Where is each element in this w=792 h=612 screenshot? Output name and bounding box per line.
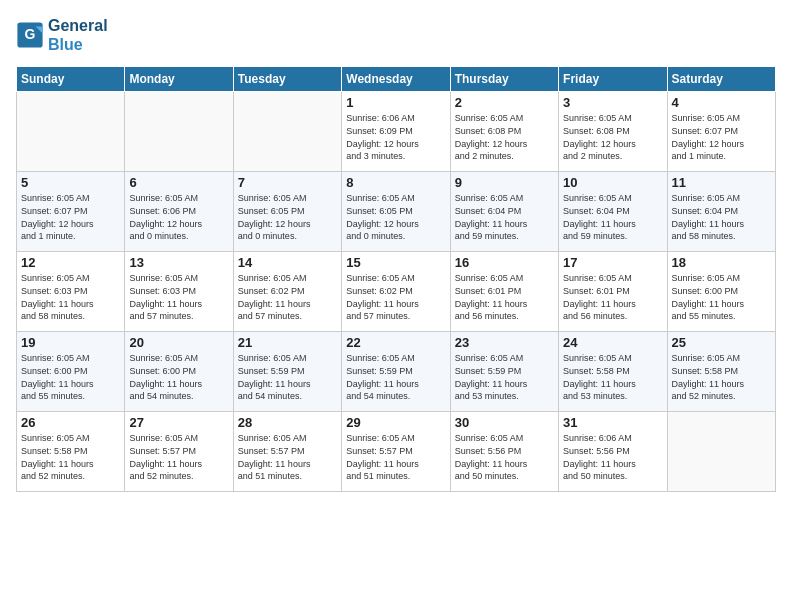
day-info: Sunrise: 6:05 AM Sunset: 5:58 PM Dayligh…: [563, 352, 662, 402]
day-number: 13: [129, 255, 228, 270]
day-number: 17: [563, 255, 662, 270]
calendar-day-cell: 22Sunrise: 6:05 AM Sunset: 5:59 PM Dayli…: [342, 332, 450, 412]
day-info: Sunrise: 6:05 AM Sunset: 5:56 PM Dayligh…: [455, 432, 554, 482]
day-number: 3: [563, 95, 662, 110]
day-info: Sunrise: 6:05 AM Sunset: 6:05 PM Dayligh…: [238, 192, 337, 242]
calendar-day-cell: 21Sunrise: 6:05 AM Sunset: 5:59 PM Dayli…: [233, 332, 341, 412]
logo-icon: G: [16, 21, 44, 49]
calendar-day-cell: 26Sunrise: 6:05 AM Sunset: 5:58 PM Dayli…: [17, 412, 125, 492]
day-number: 11: [672, 175, 771, 190]
day-number: 14: [238, 255, 337, 270]
calendar-day-cell: 18Sunrise: 6:05 AM Sunset: 6:00 PM Dayli…: [667, 252, 775, 332]
weekday-header-cell: Saturday: [667, 67, 775, 92]
calendar-week-row: 19Sunrise: 6:05 AM Sunset: 6:00 PM Dayli…: [17, 332, 776, 412]
calendar-body: 1Sunrise: 6:06 AM Sunset: 6:09 PM Daylig…: [17, 92, 776, 492]
day-number: 10: [563, 175, 662, 190]
calendar-day-cell: 25Sunrise: 6:05 AM Sunset: 5:58 PM Dayli…: [667, 332, 775, 412]
calendar-day-cell: 20Sunrise: 6:05 AM Sunset: 6:00 PM Dayli…: [125, 332, 233, 412]
weekday-header-cell: Tuesday: [233, 67, 341, 92]
calendar-day-cell: 16Sunrise: 6:05 AM Sunset: 6:01 PM Dayli…: [450, 252, 558, 332]
day-number: 22: [346, 335, 445, 350]
calendar-day-cell: 13Sunrise: 6:05 AM Sunset: 6:03 PM Dayli…: [125, 252, 233, 332]
logo: G General Blue: [16, 16, 108, 54]
day-number: 15: [346, 255, 445, 270]
calendar-table: SundayMondayTuesdayWednesdayThursdayFrid…: [16, 66, 776, 492]
calendar-day-cell: [17, 92, 125, 172]
calendar-week-row: 1Sunrise: 6:06 AM Sunset: 6:09 PM Daylig…: [17, 92, 776, 172]
day-number: 20: [129, 335, 228, 350]
day-number: 4: [672, 95, 771, 110]
calendar-day-cell: 1Sunrise: 6:06 AM Sunset: 6:09 PM Daylig…: [342, 92, 450, 172]
day-info: Sunrise: 6:05 AM Sunset: 6:02 PM Dayligh…: [238, 272, 337, 322]
day-info: Sunrise: 6:05 AM Sunset: 5:57 PM Dayligh…: [346, 432, 445, 482]
weekday-header-cell: Thursday: [450, 67, 558, 92]
day-info: Sunrise: 6:05 AM Sunset: 5:57 PM Dayligh…: [129, 432, 228, 482]
calendar-week-row: 12Sunrise: 6:05 AM Sunset: 6:03 PM Dayli…: [17, 252, 776, 332]
day-number: 29: [346, 415, 445, 430]
day-number: 23: [455, 335, 554, 350]
calendar-day-cell: 11Sunrise: 6:05 AM Sunset: 6:04 PM Dayli…: [667, 172, 775, 252]
calendar-day-cell: 9Sunrise: 6:05 AM Sunset: 6:04 PM Daylig…: [450, 172, 558, 252]
calendar-day-cell: 6Sunrise: 6:05 AM Sunset: 6:06 PM Daylig…: [125, 172, 233, 252]
day-info: Sunrise: 6:05 AM Sunset: 6:01 PM Dayligh…: [563, 272, 662, 322]
day-number: 8: [346, 175, 445, 190]
calendar-day-cell: [667, 412, 775, 492]
day-number: 30: [455, 415, 554, 430]
calendar-day-cell: 24Sunrise: 6:05 AM Sunset: 5:58 PM Dayli…: [559, 332, 667, 412]
day-info: Sunrise: 6:05 AM Sunset: 6:03 PM Dayligh…: [21, 272, 120, 322]
calendar-day-cell: 27Sunrise: 6:05 AM Sunset: 5:57 PM Dayli…: [125, 412, 233, 492]
day-number: 21: [238, 335, 337, 350]
calendar-day-cell: 2Sunrise: 6:05 AM Sunset: 6:08 PM Daylig…: [450, 92, 558, 172]
day-info: Sunrise: 6:05 AM Sunset: 6:06 PM Dayligh…: [129, 192, 228, 242]
day-number: 27: [129, 415, 228, 430]
calendar-day-cell: 28Sunrise: 6:05 AM Sunset: 5:57 PM Dayli…: [233, 412, 341, 492]
day-number: 28: [238, 415, 337, 430]
day-info: Sunrise: 6:05 AM Sunset: 5:58 PM Dayligh…: [672, 352, 771, 402]
calendar-day-cell: [125, 92, 233, 172]
weekday-header-cell: Sunday: [17, 67, 125, 92]
logo-text-top: General: [48, 16, 108, 35]
day-number: 2: [455, 95, 554, 110]
weekday-header-cell: Friday: [559, 67, 667, 92]
day-info: Sunrise: 6:05 AM Sunset: 6:00 PM Dayligh…: [672, 272, 771, 322]
day-info: Sunrise: 6:05 AM Sunset: 6:08 PM Dayligh…: [455, 112, 554, 162]
svg-text:G: G: [25, 26, 36, 42]
calendar-week-row: 26Sunrise: 6:05 AM Sunset: 5:58 PM Dayli…: [17, 412, 776, 492]
day-info: Sunrise: 6:05 AM Sunset: 5:58 PM Dayligh…: [21, 432, 120, 482]
day-info: Sunrise: 6:05 AM Sunset: 6:03 PM Dayligh…: [129, 272, 228, 322]
page-container: G General Blue SundayMondayTuesdayWednes…: [0, 0, 792, 502]
day-info: Sunrise: 6:05 AM Sunset: 6:01 PM Dayligh…: [455, 272, 554, 322]
calendar-day-cell: 5Sunrise: 6:05 AM Sunset: 6:07 PM Daylig…: [17, 172, 125, 252]
day-info: Sunrise: 6:05 AM Sunset: 6:02 PM Dayligh…: [346, 272, 445, 322]
weekday-header-row: SundayMondayTuesdayWednesdayThursdayFrid…: [17, 67, 776, 92]
calendar-day-cell: 4Sunrise: 6:05 AM Sunset: 6:07 PM Daylig…: [667, 92, 775, 172]
calendar-day-cell: 29Sunrise: 6:05 AM Sunset: 5:57 PM Dayli…: [342, 412, 450, 492]
logo-text-bottom: Blue: [48, 35, 108, 54]
day-info: Sunrise: 6:05 AM Sunset: 6:05 PM Dayligh…: [346, 192, 445, 242]
day-info: Sunrise: 6:05 AM Sunset: 5:59 PM Dayligh…: [238, 352, 337, 402]
calendar-day-cell: 31Sunrise: 6:06 AM Sunset: 5:56 PM Dayli…: [559, 412, 667, 492]
day-info: Sunrise: 6:05 AM Sunset: 6:04 PM Dayligh…: [455, 192, 554, 242]
calendar-day-cell: 14Sunrise: 6:05 AM Sunset: 6:02 PM Dayli…: [233, 252, 341, 332]
calendar-day-cell: 12Sunrise: 6:05 AM Sunset: 6:03 PM Dayli…: [17, 252, 125, 332]
calendar-day-cell: 17Sunrise: 6:05 AM Sunset: 6:01 PM Dayli…: [559, 252, 667, 332]
day-info: Sunrise: 6:05 AM Sunset: 5:59 PM Dayligh…: [346, 352, 445, 402]
day-number: 1: [346, 95, 445, 110]
day-info: Sunrise: 6:05 AM Sunset: 6:04 PM Dayligh…: [672, 192, 771, 242]
day-info: Sunrise: 6:06 AM Sunset: 6:09 PM Dayligh…: [346, 112, 445, 162]
calendar-day-cell: 8Sunrise: 6:05 AM Sunset: 6:05 PM Daylig…: [342, 172, 450, 252]
calendar-day-cell: 3Sunrise: 6:05 AM Sunset: 6:08 PM Daylig…: [559, 92, 667, 172]
day-number: 31: [563, 415, 662, 430]
calendar-day-cell: 15Sunrise: 6:05 AM Sunset: 6:02 PM Dayli…: [342, 252, 450, 332]
day-info: Sunrise: 6:05 AM Sunset: 6:00 PM Dayligh…: [129, 352, 228, 402]
day-info: Sunrise: 6:05 AM Sunset: 5:57 PM Dayligh…: [238, 432, 337, 482]
day-info: Sunrise: 6:05 AM Sunset: 6:04 PM Dayligh…: [563, 192, 662, 242]
day-info: Sunrise: 6:06 AM Sunset: 5:56 PM Dayligh…: [563, 432, 662, 482]
day-info: Sunrise: 6:05 AM Sunset: 6:08 PM Dayligh…: [563, 112, 662, 162]
day-number: 16: [455, 255, 554, 270]
day-number: 18: [672, 255, 771, 270]
day-number: 19: [21, 335, 120, 350]
weekday-header-cell: Wednesday: [342, 67, 450, 92]
day-info: Sunrise: 6:05 AM Sunset: 6:07 PM Dayligh…: [672, 112, 771, 162]
day-info: Sunrise: 6:05 AM Sunset: 5:59 PM Dayligh…: [455, 352, 554, 402]
